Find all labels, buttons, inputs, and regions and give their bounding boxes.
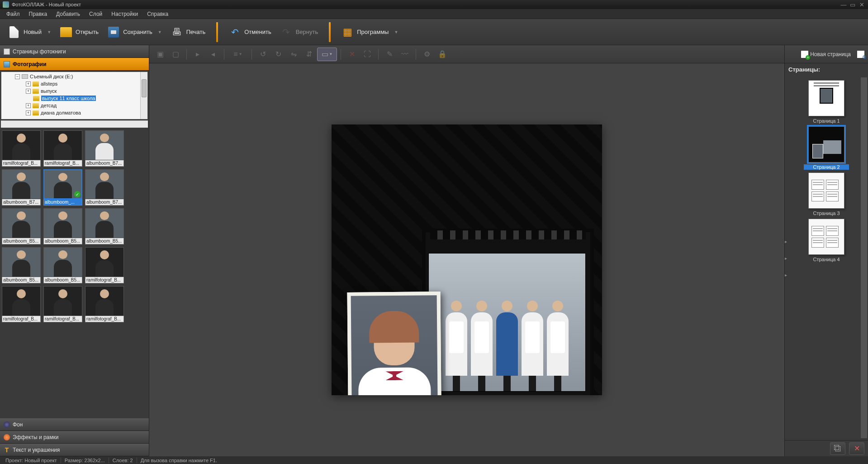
page-settings-button[interactable]: [855, 48, 866, 61]
crop-button[interactable]: ⛶: [360, 48, 375, 61]
photo-thumb[interactable]: albumboom_B7...: [85, 130, 124, 167]
layer-up-button[interactable]: ▸: [190, 48, 205, 61]
menu-settings[interactable]: Настройки: [107, 10, 142, 19]
section-effects[interactable]: Эффекты и рамки: [0, 431, 149, 444]
pages-list: ▸ ▸ ▸ Страница 1 Страница 2 Страница 3 С…: [785, 76, 868, 440]
tree-hscrollbar[interactable]: [1, 120, 148, 128]
photo-thumb[interactable]: albumboom_B5...: [43, 208, 82, 244]
expand-icon[interactable]: ▸: [785, 272, 787, 277]
delete-page-button[interactable]: ✕: [849, 442, 864, 455]
portrait-photo[interactable]: [347, 292, 442, 395]
photo-thumb[interactable]: albumboom_B5...: [85, 208, 124, 244]
redo-button[interactable]: ↷ Вернуть: [276, 24, 323, 41]
close-button[interactable]: ✕: [858, 1, 865, 8]
collapse-icon[interactable]: −: [15, 74, 20, 79]
canvas-page[interactable]: [332, 124, 602, 395]
duplicate-page-button[interactable]: ⿻: [830, 442, 845, 455]
delete-button[interactable]: ✕: [345, 48, 359, 61]
photo-thumb[interactable]: albumboom_B7...: [2, 169, 41, 206]
page-thumb-4[interactable]: Страница 4: [804, 219, 849, 262]
layer-front-button[interactable]: ▣: [153, 48, 167, 61]
thumb-label: ramilfotograf_B...: [2, 160, 41, 167]
thumb-label: ramilfotograf_B...: [43, 160, 82, 167]
tree-node-folder[interactable]: + allsteps: [1, 80, 147, 87]
photo-thumb[interactable]: ramilfotograf_B...: [43, 286, 82, 322]
minimize-button[interactable]: —: [840, 1, 847, 8]
tree-node-folder[interactable]: + выпуск: [1, 87, 147, 95]
page-thumb-2[interactable]: Страница 2: [804, 126, 849, 170]
photo-thumb[interactable]: albumboom_B5...: [2, 247, 41, 283]
brush-button[interactable]: ✎: [382, 48, 397, 61]
print-button[interactable]: 🖶 Печать: [166, 24, 210, 41]
layer-down-button[interactable]: ◂: [206, 48, 220, 61]
menu-layer[interactable]: Слой: [85, 10, 107, 19]
flip-v-button[interactable]: ⇵: [302, 48, 316, 61]
menu-file[interactable]: Файл: [2, 10, 24, 19]
section-photos[interactable]: Фотографии: [0, 58, 149, 71]
undo-icon: ↶: [229, 26, 241, 38]
photo-thumb[interactable]: ramilfotograf_B...: [85, 286, 124, 322]
curves-button[interactable]: 〰: [398, 48, 412, 61]
photo-thumb[interactable]: albumboom_B7...: [85, 169, 124, 206]
section-text[interactable]: T Текст и украшения: [0, 444, 149, 456]
folder-icon: [33, 110, 39, 115]
layer-back-button[interactable]: ▢: [168, 48, 183, 61]
menu-help[interactable]: Справка: [142, 10, 173, 19]
thumb-label: albumboom_B5...: [85, 238, 124, 244]
tree-scrollbar[interactable]: [140, 72, 147, 119]
photo-thumb[interactable]: ✓albumboom_...: [43, 169, 82, 206]
new-project-button[interactable]: Новый ▼: [4, 24, 56, 41]
menu-add[interactable]: Добавить: [52, 10, 85, 19]
canvas-viewport[interactable]: [149, 63, 784, 456]
section-pages[interactable]: Страницы фотокниги: [0, 45, 149, 58]
new-page-button[interactable]: Новая страница: [798, 48, 854, 61]
photo-thumb[interactable]: ramilfotograf_B...: [85, 247, 124, 283]
expand-icon[interactable]: +: [26, 89, 31, 94]
photo-thumb[interactable]: albumboom_B5...: [2, 208, 41, 244]
save-button[interactable]: Сохранить ▼: [103, 24, 166, 41]
undo-button[interactable]: ↶ Отменить: [224, 24, 275, 41]
photo-thumb[interactable]: ramilfotograf_B...: [2, 130, 41, 167]
photo-thumb[interactable]: albumboom_B5...: [43, 247, 82, 283]
programs-button[interactable]: ▦ Программы ▼: [337, 24, 403, 41]
tree-node-folder[interactable]: + детсад: [1, 102, 147, 109]
status-project: Проект: Новый проект: [2, 458, 61, 463]
expand-icon[interactable]: ▸: [785, 239, 787, 244]
thumb-image: [2, 130, 41, 160]
flip-h-button[interactable]: ⇋: [286, 48, 301, 61]
dropdown-icon[interactable]: ▼: [158, 30, 162, 34]
lock-button[interactable]: 🔒: [435, 48, 450, 61]
pages-bottom-toolbar: ⿻ ✕: [785, 440, 868, 456]
dropdown-icon[interactable]: ▼: [47, 30, 51, 34]
folder-icon: [33, 96, 39, 101]
expand-icon[interactable]: +: [26, 103, 31, 108]
dropdown-icon[interactable]: ▼: [394, 30, 398, 34]
tree-node-folder[interactable]: + диана долматова: [1, 109, 147, 116]
tree-node-folder-selected[interactable]: выпуск 11 класс школа: [1, 95, 147, 102]
menu-edit[interactable]: Правка: [24, 10, 52, 19]
titlebar: ФотоКОЛЛАЖ - Новый проект — ▭ ✕: [0, 0, 868, 9]
thumb-image: [43, 130, 82, 160]
expand-icon[interactable]: +: [26, 110, 31, 115]
expand-icon[interactable]: +: [26, 81, 31, 86]
page-thumb-3[interactable]: Страница 3: [804, 172, 849, 216]
frame-button[interactable]: ▭▼: [317, 48, 337, 61]
group-photo[interactable]: [428, 253, 586, 392]
thumb-label: albumboom_B5...: [2, 238, 41, 244]
thumb-label: ramilfotograf_B...: [2, 316, 41, 322]
rotate-right-button[interactable]: ↻: [271, 48, 285, 61]
expand-icon[interactable]: ▸: [785, 255, 787, 260]
photo-thumb[interactable]: ramilfotograf_B...: [43, 130, 82, 167]
pages-scrollbar[interactable]: [861, 77, 867, 438]
gear-button[interactable]: ⚙: [420, 48, 434, 61]
folder-open-icon: [60, 27, 72, 37]
maximize-button[interactable]: ▭: [849, 1, 856, 8]
rotate-left-button[interactable]: ↺: [256, 48, 270, 61]
open-button[interactable]: Открыть: [56, 24, 103, 41]
align-button[interactable]: ≡▼: [228, 48, 248, 61]
tree-node-drive[interactable]: − Съемный диск (E:): [1, 73, 147, 80]
folder-tree[interactable]: − Съемный диск (E:) + allsteps + выпуск …: [1, 72, 148, 120]
section-background[interactable]: Фон: [0, 418, 149, 431]
page-thumb-1[interactable]: Страница 1: [804, 80, 849, 124]
photo-thumb[interactable]: ramilfotograf_B...: [2, 286, 41, 322]
